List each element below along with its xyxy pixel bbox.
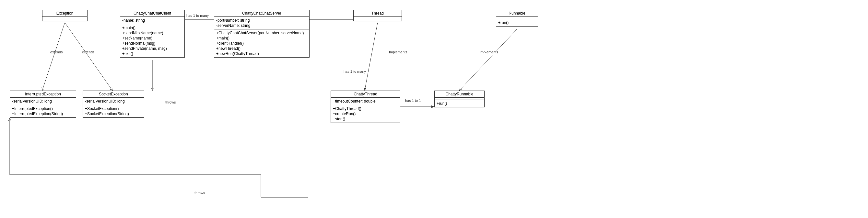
class-chatty-client-methods: +main() +sendNickName(name) +setName(nam… (120, 24, 184, 57)
class-exception-methods (42, 19, 87, 21)
class-thread: Thread (353, 10, 402, 21)
label-implements2: Implements (480, 50, 498, 54)
label-has1to1: has 1 to 1 (405, 99, 421, 103)
class-interrupted-exception-methods: +InterruptedException() +InterruptedExce… (10, 105, 76, 117)
attr-name: -name: string (122, 18, 183, 23)
svg-line-1 (65, 23, 113, 90)
class-runnable-title: Runnable (496, 10, 538, 17)
label-extends1: extends (50, 50, 63, 54)
class-chatty-client-title: ChattyChatChatClient (120, 10, 184, 17)
class-chatty-thread-methods: +ChattyThread() +createRun() +start() (331, 105, 400, 122)
class-chatty-thread-title: ChattyThread (331, 91, 400, 98)
label-throws2: throws (194, 191, 205, 195)
class-chatty-server-title: ChattyChatChatServer (214, 10, 309, 17)
label-has1tomany2: has 1 to many (344, 70, 366, 73)
label-extends2: extends (82, 50, 95, 54)
svg-line-9 (365, 23, 378, 90)
class-thread-title: Thread (353, 10, 402, 17)
class-exception: Exception (42, 10, 88, 21)
svg-line-11 (459, 29, 517, 90)
class-chatty-thread-attrs: +timeoutCounter: double (331, 98, 400, 105)
class-runnable-methods: +run() (496, 19, 538, 26)
label-implements1: Implements (389, 50, 407, 54)
class-thread-attrs (353, 17, 402, 19)
class-socket-exception-title: SocketException (83, 91, 144, 98)
class-exception-title: Exception (42, 10, 87, 17)
label-throws1: throws (165, 100, 176, 104)
class-chatty-server-methods: +ChattyChatChatServer(portNumber, server… (214, 29, 309, 57)
class-chatty-server-attrs: -portNumber: string -serverName: string (214, 17, 309, 29)
class-chatty-thread: ChattyThread +timeoutCounter: double +Ch… (331, 90, 400, 123)
class-socket-exception-attrs: -serialVersionUID: long (83, 98, 144, 105)
label-has1tomany1: has 1 to many (186, 13, 209, 17)
class-chatty-client-attrs: -name: string (120, 17, 184, 24)
class-socket-exception: SocketException -serialVersionUID: long … (83, 90, 144, 118)
diagram-container: has 1 to many extends extends throws thr… (0, 0, 868, 218)
class-chatty-runnable-methods: +run() (435, 100, 484, 107)
class-exception-attrs (42, 17, 87, 19)
class-chatty-runnable: ChattyRunnable +run() (434, 90, 485, 107)
class-thread-methods (353, 19, 402, 21)
class-interrupted-exception: InterruptedException -serialVersionUID: … (10, 90, 76, 118)
class-chatty-runnable-title: ChattyRunnable (435, 91, 484, 98)
class-chatty-runnable-attrs (435, 98, 484, 100)
svg-line-0 (42, 23, 65, 90)
class-socket-exception-methods: +SocketException() +SocketException(Stri… (83, 105, 144, 117)
class-runnable-attrs (496, 17, 538, 19)
class-chatty-client: ChattyChatChatClient -name: string +main… (120, 10, 185, 58)
class-chatty-server: ChattyChatChatServer -portNumber: string… (214, 10, 310, 58)
class-interrupted-exception-attrs: -serialVersionUID: long (10, 98, 76, 105)
class-runnable: Runnable +run() (496, 10, 538, 27)
class-interrupted-exception-title: InterruptedException (10, 91, 76, 98)
